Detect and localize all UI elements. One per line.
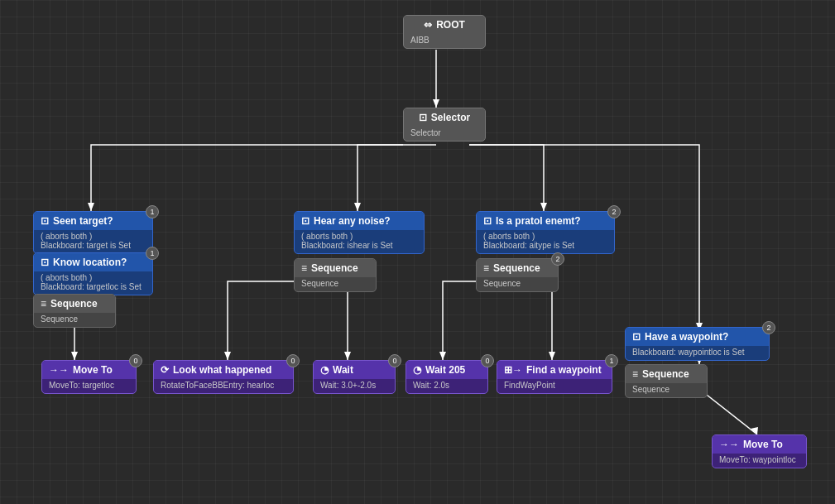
waypoint-icon: ⊡ [632, 331, 641, 343]
sequence-mid2-node: ≡ Sequence Sequence 2 [476, 258, 559, 292]
seen-target-body: ( aborts both ) Blackboard: target is Se… [34, 230, 152, 253]
wait2-body: Wait: 2.0s [406, 379, 487, 393]
sequence-mid2-badge: 2 [551, 252, 564, 266]
move-to-left-body: MoveTo: targetloc [42, 379, 136, 393]
move-to-right-header: →→ Move To [713, 435, 806, 454]
sequence-left-header: ≡ Sequence [34, 295, 115, 313]
sequence-mid-header: ≡ Sequence [295, 259, 376, 277]
seen-target-node: ⊡ Seen target? ( aborts both ) Blackboar… [33, 211, 153, 254]
wait2-header: ◔ Wait 205 [406, 361, 487, 379]
wait1-icon: ◔ [320, 364, 329, 376]
svg-marker-9 [344, 352, 351, 360]
root-icon: ⇔ [424, 19, 432, 31]
know-location-label: Know location? [53, 257, 127, 268]
svg-marker-8 [224, 352, 231, 360]
move-to-right-node: →→ Move To MoveTo: waypointloc [712, 434, 807, 468]
sequence-left-node: ≡ Sequence Sequence [33, 294, 116, 328]
wait1-badge: 0 [388, 354, 401, 367]
know-location-badge: 1 [146, 247, 159, 260]
svg-marker-11 [549, 352, 555, 360]
seen-target-label: Seen target? [53, 215, 113, 227]
sequence-left-icon: ≡ [41, 298, 46, 310]
move-to-left-badge: 0 [129, 354, 142, 367]
svg-marker-3 [354, 203, 361, 211]
pratol-icon: ⊡ [483, 215, 492, 227]
svg-marker-1 [433, 99, 439, 108]
svg-marker-15 [751, 427, 758, 434]
move-to-right-body: MoveTo: waypointloc [713, 454, 806, 468]
move-to-left-header: →→ Move To [42, 361, 136, 379]
know-location-icon: ⊡ [41, 257, 49, 268]
find-waypoint-label: Find a waypoint [526, 364, 602, 376]
waypoint-badge: 2 [762, 321, 775, 334]
find-waypoint-node: ⊞→ Find a waypoint FindWayPoint 1 [497, 360, 612, 394]
waypoint-body: Blackboard: waypointloc is Set [626, 346, 769, 360]
sequence-mid-node: ≡ Sequence Sequence [294, 258, 377, 292]
wait2-badge: 0 [481, 354, 494, 367]
pratol-body: ( aborts both ) Blackboard: aitype is Se… [477, 230, 614, 253]
svg-marker-2 [88, 203, 94, 211]
sequence-left-label: Sequence [50, 298, 98, 310]
move-to-right-label: Move To [743, 439, 783, 450]
waypoint-header: ⊡ Have a waypoint? [626, 328, 769, 346]
pratol-header: ⊡ Is a pratol enemt? [477, 212, 614, 230]
wait2-node: ◔ Wait 205 Wait: 2.0s 0 [406, 360, 488, 394]
selector-node: ⊡ Selector Selector [403, 108, 486, 142]
sequence-right-icon: ≡ [632, 368, 638, 380]
root-body: AIBB [404, 34, 485, 48]
root-label: ROOT [436, 19, 465, 31]
sequence-mid-icon: ≡ [301, 262, 307, 274]
seen-target-header: ⊡ Seen target? [34, 212, 152, 230]
svg-marker-10 [439, 352, 446, 360]
seen-target-badge: 1 [146, 205, 159, 218]
look-happened-label: Look what happened [173, 364, 271, 376]
know-location-header: ⊡ Know location? [34, 253, 152, 271]
root-node: ⇔ ROOT AIBB [403, 15, 486, 49]
waypoint-label: Have a waypoint? [645, 331, 728, 343]
pratol-label: Is a pratol enemt? [496, 215, 581, 227]
hear-noise-node: ⊡ Hear any noise? ( aborts both ) Blackb… [294, 211, 425, 254]
find-waypoint-badge: 1 [605, 354, 618, 367]
selector-header: ⊡ Selector [404, 108, 485, 127]
svg-marker-7 [71, 352, 78, 360]
sequence-mid2-body: Sequence [477, 277, 558, 291]
sequence-mid2-icon: ≡ [483, 262, 489, 274]
wait2-label: Wait 205 [425, 364, 465, 376]
find-waypoint-header: ⊞→ Find a waypoint [497, 361, 612, 379]
wait1-header: ◔ Wait [314, 361, 395, 379]
selector-label: Selector [431, 112, 470, 123]
sequence-right-label: Sequence [642, 368, 689, 380]
look-happened-header: ⟳ Look what happened [154, 361, 293, 379]
know-location-node: ⊡ Know location? ( aborts both ) Blackbo… [33, 252, 153, 295]
look-happened-badge: 0 [286, 354, 300, 367]
move-to-left-node: →→ Move To MoveTo: targetloc 0 [41, 360, 137, 394]
find-waypoint-body: FindWayPoint [497, 379, 612, 393]
look-happened-icon: ⟳ [161, 364, 169, 376]
look-happened-body: RotateToFaceBBEntry: hearloc [154, 379, 293, 393]
selector-body: Selector [404, 127, 485, 141]
root-sublabel: AIBB [410, 36, 429, 45]
pratol-node: ⊡ Is a pratol enemt? ( aborts both ) Bla… [476, 211, 615, 254]
selector-icon: ⊡ [419, 112, 427, 123]
find-waypoint-icon: ⊞→ [504, 364, 522, 376]
sequence-right-header: ≡ Sequence [626, 365, 707, 383]
hear-noise-label: Hear any noise? [314, 215, 391, 227]
move-to-left-label: Move To [73, 364, 113, 376]
wait1-body: Wait: 3.0+-2.0s [314, 379, 395, 393]
sequence-right-body: Sequence [626, 383, 707, 397]
sequence-left-body: Sequence [34, 313, 115, 327]
know-location-body: ( aborts both ) Blackboard: targetloc is… [34, 271, 152, 295]
waypoint-node: ⊡ Have a waypoint? Blackboard: waypointl… [625, 327, 770, 361]
svg-line-14 [699, 389, 757, 434]
hear-noise-icon: ⊡ [301, 215, 310, 227]
root-header: ⇔ ROOT [404, 16, 485, 34]
wait1-node: ◔ Wait Wait: 3.0+-2.0s 0 [313, 360, 396, 394]
look-happened-node: ⟳ Look what happened RotateToFaceBBEntry… [153, 360, 294, 394]
hear-noise-header: ⊡ Hear any noise? [295, 212, 424, 230]
svg-marker-4 [540, 203, 547, 211]
selector-sublabel: Selector [410, 128, 441, 137]
pratol-badge: 2 [607, 205, 621, 218]
wait1-label: Wait [333, 364, 353, 376]
seen-target-icon: ⊡ [41, 215, 49, 227]
move-to-right-icon: →→ [719, 439, 739, 450]
